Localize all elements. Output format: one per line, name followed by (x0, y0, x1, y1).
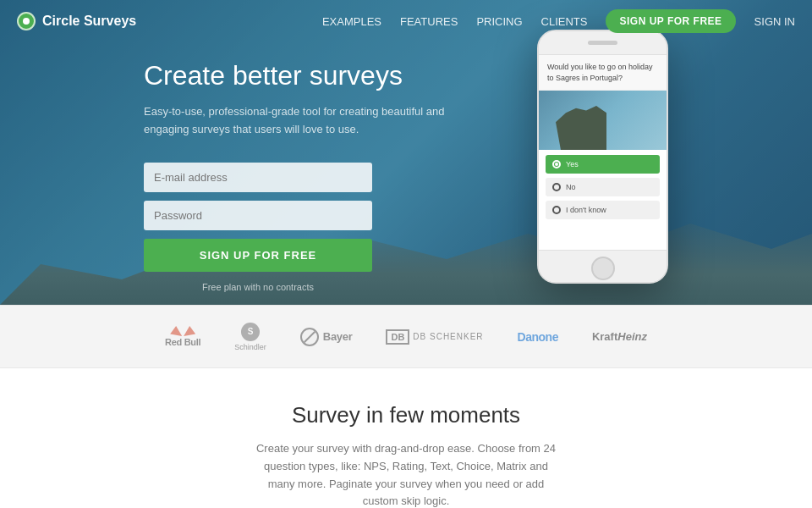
nav-examples[interactable]: EXAMPLES (322, 15, 381, 28)
logo[interactable]: Circle Surveys (17, 12, 136, 30)
client-kraftheinz: KraftHeinz (592, 330, 647, 343)
phone-question-text: Would you like to go on holiday to Sagre… (539, 55, 667, 91)
phone-survey-image (539, 91, 667, 150)
option-label-yes: Yes (566, 160, 579, 168)
radio-yes (552, 160, 561, 168)
nav-signin-link[interactable]: SIGN IN (754, 15, 795, 28)
logo-icon (17, 12, 36, 30)
hero-section: Create better surveys Easy-to-use, profe… (0, 0, 812, 305)
nav-links: EXAMPLES FEATURES PRICING CLIENTS SIGN U… (322, 9, 795, 33)
radio-no (552, 183, 561, 191)
nav-signup-button[interactable]: SIGN UP FOR FREE (606, 9, 735, 33)
client-dbschenker: DB DB Schenker (386, 329, 483, 345)
hero-subtitle: Easy-to-use, professional-grade tool for… (144, 103, 465, 139)
client-redbull: Red Bull (165, 326, 200, 347)
option-label-no: No (566, 183, 576, 191)
survey-section-title: Survey in few moments (17, 402, 795, 428)
client-bayer: Bayer (300, 328, 353, 346)
phone-option-no: No (546, 178, 660, 196)
client-danone: Danone (518, 330, 558, 344)
clients-section: Red Bull S Schindler Bayer DB DB Schenke… (0, 305, 812, 368)
phone-bottom-bar (539, 250, 667, 284)
hero-signup-button[interactable]: SIGN UP FOR FREE (144, 239, 372, 272)
redbull-label: Red Bull (165, 338, 200, 347)
hero-content: Create better surveys Easy-to-use, profe… (144, 59, 465, 292)
radio-idk (552, 206, 561, 214)
nav-features[interactable]: FEATURES (400, 15, 458, 28)
option-label-idk: I don't know (566, 206, 606, 214)
phone-device: Would you like to go on holiday to Sagre… (537, 30, 668, 284)
phone-option-idk: I don't know (546, 201, 660, 219)
nav-clients[interactable]: CLIENTS (541, 15, 588, 28)
password-input[interactable] (144, 201, 372, 230)
hero-title: Create better surveys (144, 59, 465, 91)
phone-mockup: Would you like to go on holiday to Sagre… (537, 30, 668, 284)
phone-home-button (591, 257, 615, 280)
phone-options-list: Yes No I don't know (539, 150, 667, 224)
dbschenker-label: DB Schenker (413, 332, 483, 341)
logo-text: Circle Surveys (42, 14, 136, 29)
hero-form: SIGN UP FOR FREE Free plan with no contr… (144, 163, 372, 292)
phone-option-yes: Yes (546, 155, 660, 174)
danone-label: Danone (518, 330, 558, 344)
kraftheinz-label: KraftHeinz (592, 330, 647, 343)
schindler-label: Schindler (234, 343, 266, 351)
phone-screen: Would you like to go on holiday to Sagre… (539, 55, 667, 250)
survey-section-description: Create your survey with drag-and-drop ea… (254, 440, 558, 508)
hero-free-plan-text: Free plan with no contracts (144, 282, 372, 292)
email-input[interactable] (144, 163, 372, 192)
cliff-decoration (556, 103, 606, 150)
survey-section: Survey in few moments Create your survey… (0, 368, 812, 508)
nav-pricing[interactable]: PRICING (476, 15, 522, 28)
bayer-label: Bayer (323, 330, 353, 343)
client-schindler: S Schindler (234, 323, 266, 351)
navbar: Circle Surveys EXAMPLES FEATURES PRICING… (0, 0, 812, 42)
